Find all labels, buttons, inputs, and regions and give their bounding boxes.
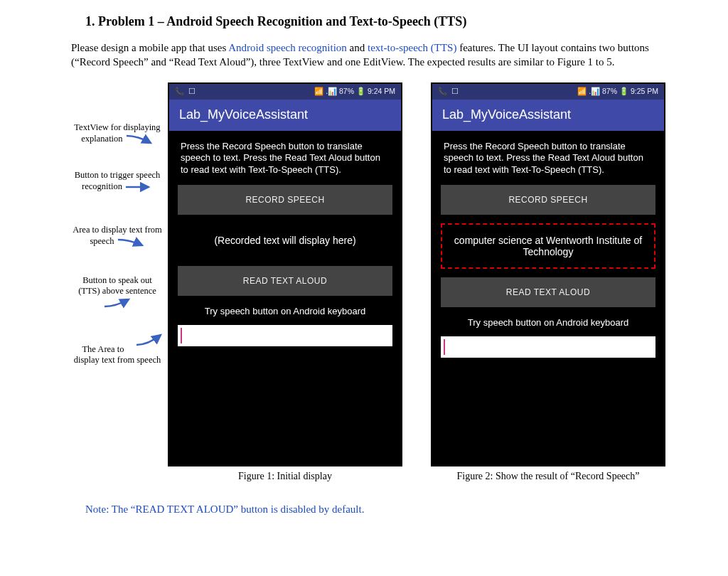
recorded-text-area: (Recorded text will display here) bbox=[178, 223, 392, 257]
arrow-icon bbox=[135, 334, 164, 346]
figure-1-caption: Figure 1: Initial display bbox=[168, 471, 402, 482]
record-speech-button[interactable]: RECORD SPEECH bbox=[178, 185, 392, 215]
footnote: Note: The “READ TEXT ALOUD” button is di… bbox=[85, 503, 685, 516]
read-text-aloud-button[interactable]: READ TEXT ALOUD bbox=[441, 277, 655, 307]
phone-content: Press the Record Speech button to transl… bbox=[169, 131, 401, 465]
callout-label: TextView for displaying explanation bbox=[71, 122, 164, 146]
callout-label: The Area to display text from speech bbox=[71, 334, 164, 366]
record-speech-button[interactable]: RECORD SPEECH bbox=[441, 185, 655, 215]
phone-mockup-1: 📞 ☐ 📶 .📊 87% 🔋 9:24 PM Lab_MyVoiceAssist… bbox=[168, 82, 402, 466]
callout-labels-column: TextView for displaying explanation Butt… bbox=[71, 82, 164, 380]
phone-icon: 📞 bbox=[438, 87, 447, 96]
status-bar: 📞 ☐ 📶 .📊 87% 🔋 9:24 PM bbox=[169, 84, 401, 100]
arrow-icon bbox=[124, 181, 153, 193]
status-right: 📶 .📊 87% 🔋 9:24 PM bbox=[314, 87, 395, 96]
edit-text-field[interactable] bbox=[178, 325, 392, 346]
intro-paragraph: Please design a mobile app that uses And… bbox=[71, 41, 685, 70]
phone-content: Press the Record Speech button to transl… bbox=[432, 131, 664, 465]
link-tts[interactable]: text-to-speech (TTS) bbox=[368, 42, 456, 53]
main-row: TextView for displaying explanation Butt… bbox=[71, 82, 685, 482]
app-bar-title: Lab_MyVoiceAssistant bbox=[169, 100, 401, 131]
read-text-aloud-button[interactable]: READ TEXT ALOUD bbox=[178, 266, 392, 296]
intro-text-2: and bbox=[347, 42, 368, 53]
link-speech-recognition[interactable]: Android speech recognition bbox=[228, 42, 347, 53]
arrow-icon bbox=[103, 297, 132, 309]
intro-text-1: Please design a mobile app that uses bbox=[71, 42, 228, 53]
explanation-textview: Press the Record Speech button to transl… bbox=[178, 139, 392, 177]
callout-label: Area to display text from speech bbox=[71, 225, 164, 248]
recorded-text-area: computer science at Wentworth Institute … bbox=[441, 223, 655, 269]
try-speech-label: Try speech button on Android keyboard bbox=[178, 304, 392, 316]
explanation-textview: Press the Record Speech button to transl… bbox=[441, 139, 655, 177]
problem-heading: 1. Problem 1 – Android Speech Recognitio… bbox=[85, 14, 685, 29]
square-icon: ☐ bbox=[451, 87, 459, 96]
square-icon: ☐ bbox=[188, 87, 196, 96]
callout-label: Button to trigger speech recognition bbox=[71, 170, 164, 193]
callout-label-text: The Area to display text from speech bbox=[74, 344, 161, 365]
app-bar-title: Lab_MyVoiceAssistant bbox=[432, 100, 664, 131]
status-bar: 📞 ☐ 📶 .📊 87% 🔋 9:25 PM bbox=[432, 84, 664, 100]
figure-2-caption: Figure 2: Show the result of “Record Spe… bbox=[431, 471, 665, 482]
try-speech-label: Try speech button on Android keyboard bbox=[441, 316, 655, 328]
figure-1-block: 📞 ☐ 📶 .📊 87% 🔋 9:24 PM Lab_MyVoiceAssist… bbox=[168, 82, 402, 482]
callout-label-text: Button to speak out (TTS) above sentence bbox=[78, 275, 156, 296]
phone-mockup-2: 📞 ☐ 📶 .📊 87% 🔋 9:25 PM Lab_MyVoiceAssist… bbox=[431, 82, 665, 466]
callout-label: Button to speak out (TTS) above sentence bbox=[71, 275, 164, 309]
phones-column: 📞 ☐ 📶 .📊 87% 🔋 9:24 PM Lab_MyVoiceAssist… bbox=[168, 82, 665, 482]
figure-2-block: 📞 ☐ 📶 .📊 87% 🔋 9:25 PM Lab_MyVoiceAssist… bbox=[431, 82, 665, 482]
arrow-icon bbox=[117, 235, 145, 248]
status-right: 📶 .📊 87% 🔋 9:25 PM bbox=[577, 87, 658, 96]
edit-text-field[interactable] bbox=[441, 336, 655, 358]
phone-icon: 📞 bbox=[175, 87, 184, 96]
arrow-icon bbox=[125, 133, 154, 146]
